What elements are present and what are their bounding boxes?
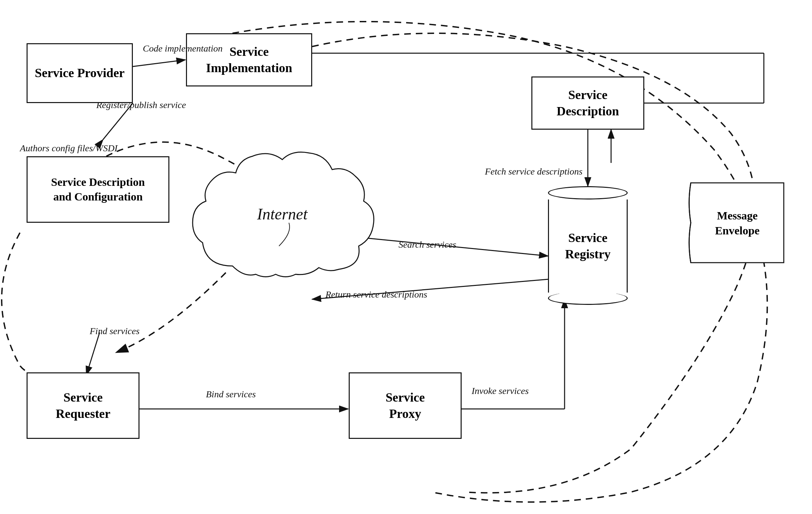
- find-services-label: Find services: [90, 326, 140, 336]
- cylinder-body: ServiceRegistry: [548, 199, 628, 293]
- svg-text:Internet: Internet: [257, 205, 308, 223]
- cloud-svg: Internet: [186, 140, 379, 299]
- service-requester-box: ServiceRequester: [27, 372, 140, 439]
- cylinder-top: [548, 186, 628, 199]
- message-envelope-container: Message Envelope: [684, 180, 790, 274]
- service-proxy-box: ServiceProxy: [349, 372, 462, 439]
- service-description-box: ServiceDescription: [531, 77, 644, 130]
- internet-cloud: Internet: [186, 140, 379, 301]
- service-desc-label: ServiceDescription: [557, 87, 619, 120]
- service-requester-label: ServiceRequester: [56, 389, 111, 422]
- service-registry-label: ServiceRegistry: [565, 230, 610, 263]
- service-provider-label: Service Provider: [35, 65, 124, 81]
- invoke-services-label: Invoke services: [472, 386, 529, 396]
- service-provider-box: Service Provider: [27, 43, 133, 103]
- svg-text:Envelope: Envelope: [715, 224, 759, 237]
- fetch-service-desc-label: Fetch service descriptions: [485, 166, 582, 177]
- service-implementation-box: ServiceImplementation: [186, 33, 312, 86]
- cylinder-bottom: [548, 292, 628, 305]
- diagram: Service Provider ServiceImplementation S…: [0, 0, 812, 514]
- svg-text:Message: Message: [717, 210, 758, 222]
- svg-line-12: [86, 332, 99, 375]
- svg-line-2: [133, 60, 185, 66]
- message-envelope-svg: Message Envelope: [684, 180, 790, 273]
- service-proxy-label: ServiceProxy: [385, 389, 425, 422]
- service-desc-config-box: Service Descriptionand Configuration: [27, 156, 169, 223]
- search-services-label: Search services: [399, 239, 456, 250]
- service-registry-container: ServiceRegistry: [548, 186, 628, 305]
- service-desc-config-label: Service Descriptionand Configuration: [51, 175, 145, 204]
- return-service-desc-label: Return service descriptions: [325, 289, 427, 300]
- register-publish-label: Register/publish service: [96, 100, 186, 110]
- bind-services-label: Bind services: [206, 389, 256, 400]
- authors-config-label: Authors config files/WSDL: [20, 143, 120, 154]
- code-impl-label: Code implementation: [143, 43, 223, 54]
